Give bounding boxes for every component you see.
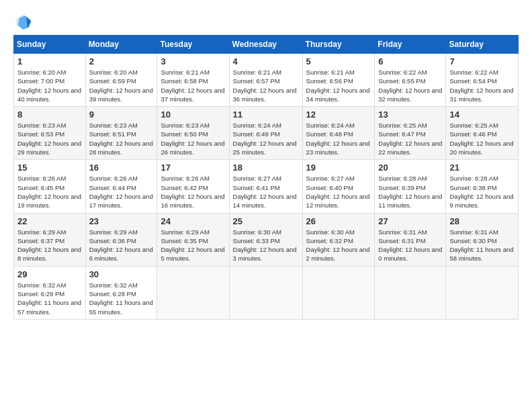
day-number: 22	[17, 216, 82, 226]
calendar-header-sunday: Sunday	[14, 36, 86, 54]
day-number: 30	[89, 269, 154, 279]
calendar-header-thursday: Thursday	[302, 36, 375, 54]
day-info: Sunrise: 6:26 AM Sunset: 6:42 PM Dayligh…	[161, 174, 225, 210]
calendar-week-4: 22Sunrise: 6:29 AM Sunset: 6:37 PM Dayli…	[14, 213, 519, 266]
day-number: 3	[161, 56, 225, 66]
day-number: 14	[449, 109, 515, 120]
calendar-cell: 4Sunrise: 6:21 AM Sunset: 6:57 PM Daylig…	[229, 54, 302, 107]
calendar-cell: 7Sunrise: 6:22 AM Sunset: 6:54 PM Daylig…	[446, 54, 519, 107]
calendar-cell: 6Sunrise: 6:22 AM Sunset: 6:55 PM Daylig…	[375, 54, 446, 107]
calendar-week-2: 8Sunrise: 6:23 AM Sunset: 6:53 PM Daylig…	[14, 107, 519, 160]
calendar-header-tuesday: Tuesday	[157, 36, 229, 54]
calendar-cell: 9Sunrise: 6:23 AM Sunset: 6:51 PM Daylig…	[85, 107, 157, 160]
calendar-week-5: 29Sunrise: 6:32 AM Sunset: 6:29 PM Dayli…	[14, 266, 519, 319]
day-number: 19	[306, 163, 371, 173]
calendar-cell: 20Sunrise: 6:28 AM Sunset: 6:39 PM Dayli…	[375, 160, 446, 213]
day-number: 4	[233, 56, 299, 66]
day-info: Sunrise: 6:32 AM Sunset: 6:29 PM Dayligh…	[17, 281, 82, 316]
day-number: 24	[161, 216, 225, 226]
day-info: Sunrise: 6:29 AM Sunset: 6:36 PM Dayligh…	[89, 228, 154, 263]
day-info: Sunrise: 6:23 AM Sunset: 6:51 PM Dayligh…	[89, 121, 154, 156]
day-info: Sunrise: 6:25 AM Sunset: 6:46 PM Dayligh…	[449, 121, 515, 156]
day-number: 21	[449, 163, 515, 173]
calendar-cell: 2Sunrise: 6:20 AM Sunset: 6:59 PM Daylig…	[85, 54, 157, 107]
calendar-cell	[302, 266, 375, 319]
day-info: Sunrise: 6:27 AM Sunset: 6:40 PM Dayligh…	[306, 174, 371, 210]
day-number: 17	[161, 163, 225, 173]
day-number: 9	[89, 109, 154, 120]
day-number: 28	[449, 216, 515, 226]
day-info: Sunrise: 6:30 AM Sunset: 6:32 PM Dayligh…	[306, 228, 371, 263]
day-info: Sunrise: 6:32 AM Sunset: 6:28 PM Dayligh…	[89, 281, 154, 316]
day-info: Sunrise: 6:23 AM Sunset: 6:53 PM Dayligh…	[17, 121, 82, 156]
day-info: Sunrise: 6:21 AM Sunset: 6:58 PM Dayligh…	[161, 68, 225, 103]
calendar-cell: 24Sunrise: 6:29 AM Sunset: 6:35 PM Dayli…	[157, 213, 229, 266]
calendar-cell: 30Sunrise: 6:32 AM Sunset: 6:28 PM Dayli…	[85, 266, 157, 319]
calendar-cell: 14Sunrise: 6:25 AM Sunset: 6:46 PM Dayli…	[446, 107, 519, 160]
calendar-header-monday: Monday	[85, 36, 157, 54]
day-info: Sunrise: 6:26 AM Sunset: 6:45 PM Dayligh…	[17, 174, 82, 210]
calendar-cell: 28Sunrise: 6:31 AM Sunset: 6:30 PM Dayli…	[446, 213, 519, 266]
day-info: Sunrise: 6:21 AM Sunset: 6:57 PM Dayligh…	[233, 68, 299, 103]
calendar-cell	[446, 266, 519, 319]
calendar-cell: 17Sunrise: 6:26 AM Sunset: 6:42 PM Dayli…	[157, 160, 229, 213]
day-info: Sunrise: 6:29 AM Sunset: 6:37 PM Dayligh…	[17, 228, 82, 263]
day-info: Sunrise: 6:28 AM Sunset: 6:38 PM Dayligh…	[449, 174, 515, 210]
day-number: 12	[306, 109, 371, 120]
day-number: 18	[233, 163, 299, 173]
day-number: 27	[378, 216, 442, 226]
calendar-cell: 3Sunrise: 6:21 AM Sunset: 6:58 PM Daylig…	[157, 54, 229, 107]
day-number: 25	[233, 216, 299, 226]
day-info: Sunrise: 6:31 AM Sunset: 6:31 PM Dayligh…	[378, 228, 442, 263]
calendar-cell	[157, 266, 229, 319]
day-number: 2	[89, 56, 154, 66]
calendar-week-3: 15Sunrise: 6:26 AM Sunset: 6:45 PM Dayli…	[14, 160, 519, 213]
day-number: 10	[161, 109, 225, 120]
calendar-cell	[229, 266, 302, 319]
calendar-cell: 21Sunrise: 6:28 AM Sunset: 6:38 PM Dayli…	[446, 160, 519, 213]
calendar-cell: 15Sunrise: 6:26 AM Sunset: 6:45 PM Dayli…	[14, 160, 86, 213]
day-number: 15	[17, 163, 82, 173]
day-number: 13	[378, 109, 442, 120]
calendar-cell: 12Sunrise: 6:24 AM Sunset: 6:48 PM Dayli…	[302, 107, 375, 160]
header	[13, 12, 519, 31]
day-info: Sunrise: 6:24 AM Sunset: 6:49 PM Dayligh…	[233, 121, 299, 156]
calendar-cell: 5Sunrise: 6:21 AM Sunset: 6:56 PM Daylig…	[302, 54, 375, 107]
calendar-cell: 19Sunrise: 6:27 AM Sunset: 6:40 PM Dayli…	[302, 160, 375, 213]
day-info: Sunrise: 6:30 AM Sunset: 6:33 PM Dayligh…	[233, 228, 299, 263]
calendar-cell: 11Sunrise: 6:24 AM Sunset: 6:49 PM Dayli…	[229, 107, 302, 160]
day-number: 20	[378, 163, 442, 173]
day-number: 26	[306, 216, 371, 226]
day-number: 1	[17, 56, 82, 66]
day-number: 5	[306, 56, 371, 66]
day-number: 16	[89, 163, 154, 173]
day-info: Sunrise: 6:23 AM Sunset: 6:50 PM Dayligh…	[161, 121, 225, 156]
day-number: 7	[449, 56, 515, 66]
calendar-cell: 29Sunrise: 6:32 AM Sunset: 6:29 PM Dayli…	[14, 266, 86, 319]
calendar-cell: 23Sunrise: 6:29 AM Sunset: 6:36 PM Dayli…	[85, 213, 157, 266]
day-info: Sunrise: 6:24 AM Sunset: 6:48 PM Dayligh…	[306, 121, 371, 156]
calendar-header-friday: Friday	[375, 36, 446, 54]
day-info: Sunrise: 6:21 AM Sunset: 6:56 PM Dayligh…	[306, 68, 371, 103]
calendar-cell: 26Sunrise: 6:30 AM Sunset: 6:32 PM Dayli…	[302, 213, 375, 266]
calendar-table: SundayMondayTuesdayWednesdayThursdayFrid…	[13, 35, 519, 320]
day-info: Sunrise: 6:27 AM Sunset: 6:41 PM Dayligh…	[233, 174, 299, 210]
day-info: Sunrise: 6:25 AM Sunset: 6:47 PM Dayligh…	[378, 121, 442, 156]
calendar-cell: 25Sunrise: 6:30 AM Sunset: 6:33 PM Dayli…	[229, 213, 302, 266]
day-info: Sunrise: 6:22 AM Sunset: 6:54 PM Dayligh…	[449, 68, 515, 103]
calendar-header-wednesday: Wednesday	[229, 36, 302, 54]
day-number: 8	[17, 109, 82, 120]
calendar-week-1: 1Sunrise: 6:20 AM Sunset: 7:00 PM Daylig…	[14, 54, 519, 107]
calendar-cell: 8Sunrise: 6:23 AM Sunset: 6:53 PM Daylig…	[14, 107, 86, 160]
day-number: 11	[233, 109, 299, 120]
day-info: Sunrise: 6:26 AM Sunset: 6:44 PM Dayligh…	[89, 174, 154, 210]
day-info: Sunrise: 6:22 AM Sunset: 6:55 PM Dayligh…	[378, 68, 442, 103]
day-info: Sunrise: 6:31 AM Sunset: 6:30 PM Dayligh…	[449, 228, 515, 263]
logo	[13, 12, 35, 31]
calendar-header-row: SundayMondayTuesdayWednesdayThursdayFrid…	[14, 36, 519, 54]
day-number: 6	[378, 56, 442, 66]
day-number: 29	[17, 269, 82, 279]
calendar-cell: 22Sunrise: 6:29 AM Sunset: 6:37 PM Dayli…	[14, 213, 86, 266]
page: SundayMondayTuesdayWednesdayThursdayFrid…	[0, 0, 532, 411]
day-info: Sunrise: 6:20 AM Sunset: 7:00 PM Dayligh…	[17, 68, 82, 103]
